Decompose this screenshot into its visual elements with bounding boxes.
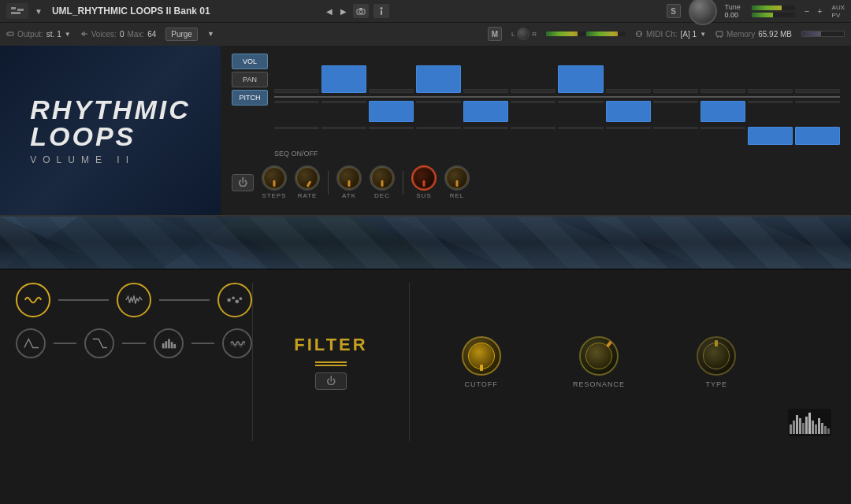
seq-cell[interactable] (274, 89, 319, 93)
connector-1 (58, 299, 109, 301)
atk-knob[interactable] (336, 165, 362, 191)
seq-cell[interactable] (606, 101, 651, 122)
svg-rect-36 (805, 417, 808, 434)
solo-button[interactable]: S (667, 4, 681, 18)
resonance-knob[interactable] (579, 336, 619, 376)
seq-cell[interactable] (748, 89, 793, 93)
aux-button[interactable]: AUX (832, 4, 845, 11)
mute-button[interactable]: M (488, 27, 502, 41)
seq-cell[interactable] (321, 101, 366, 103)
seq-cell[interactable] (558, 65, 603, 93)
cutoff-knob-group: CUTOFF (462, 336, 501, 388)
info-icon[interactable] (373, 4, 389, 18)
seq-cell[interactable] (274, 101, 319, 103)
seq-cell[interactable] (369, 101, 414, 122)
seq-cell[interactable] (416, 127, 461, 129)
nav-dropdown-arrow[interactable]: ▼ (33, 7, 44, 16)
seq-cell[interactable] (511, 101, 556, 103)
seq-cell[interactable] (369, 89, 414, 93)
image-strip (0, 215, 851, 270)
purge-dropdown[interactable]: ▼ (207, 30, 214, 38)
rel-knob-group: REL (444, 165, 470, 199)
seq-cell[interactable] (321, 65, 366, 93)
cutoff-knob[interactable] (462, 336, 501, 376)
seq-cell[interactable] (321, 127, 366, 129)
seq-row-3 (274, 127, 840, 146)
seq-row-1 (274, 54, 840, 93)
seq-cell[interactable] (369, 127, 414, 129)
noise-button[interactable] (117, 283, 151, 317)
env-up-button[interactable] (16, 328, 46, 358)
pitch-button[interactable]: PITCH (232, 90, 268, 106)
connector-5 (191, 343, 214, 344)
connector-3 (54, 343, 76, 344)
seq-cell[interactable] (463, 89, 508, 93)
pv-button[interactable]: PV (832, 12, 845, 19)
midi-selector[interactable]: MIDI Ch: [A] 1 ▼ (635, 30, 706, 39)
minus-button[interactable]: − (803, 6, 811, 16)
steps-knob[interactable] (262, 165, 287, 191)
seq-cell[interactable] (700, 101, 745, 122)
purge-button[interactable]: Purge (165, 28, 198, 41)
tune-knob[interactable] (689, 0, 717, 25)
next-instrument-button[interactable]: ▶ (339, 7, 348, 16)
seq-cell[interactable] (606, 89, 651, 93)
sine-wave-button[interactable] (16, 283, 50, 317)
seq-cell[interactable] (653, 89, 698, 93)
seq-cell[interactable] (795, 89, 840, 93)
seq-cell[interactable] (700, 89, 745, 93)
seq-cell[interactable] (463, 101, 508, 122)
seq-cell[interactable] (558, 101, 603, 103)
filter-power-button[interactable]: ⏻ (315, 372, 347, 390)
seq-cell[interactable] (416, 101, 461, 103)
env-down-button[interactable] (84, 328, 114, 358)
main-content: RHYTHMIC LOOPS VOLUME II VOL PAN PITCH (0, 46, 851, 215)
plus-button[interactable]: + (816, 6, 823, 16)
seq-cell[interactable] (748, 127, 793, 145)
pan-button[interactable]: PAN (232, 72, 268, 87)
rel-knob[interactable] (444, 165, 470, 191)
svg-point-22 (232, 296, 235, 299)
type-knob[interactable] (697, 336, 736, 376)
bottom-panel: FILTER ⏻ CUTOFF (0, 270, 851, 454)
wavy-button[interactable] (222, 328, 252, 358)
sus-knob[interactable] (411, 165, 437, 191)
svg-rect-28 (170, 342, 173, 348)
seq-cell[interactable] (511, 127, 556, 129)
spectrum-button[interactable] (154, 328, 184, 358)
seq-cell[interactable] (274, 127, 319, 129)
granular-button[interactable] (217, 283, 252, 317)
seq-cell[interactable] (606, 127, 651, 129)
seq-power-button[interactable]: ⏻ (232, 174, 254, 191)
seq-cell[interactable] (558, 127, 603, 129)
svg-rect-40 (818, 418, 820, 434)
header-row2: Output: st. 1 ▼ Voices: 0 Max: 64 Purge … (0, 23, 851, 45)
rate-label: RATE (298, 192, 318, 199)
seq-cell[interactable] (463, 127, 508, 129)
level-bar-top[interactable] (752, 6, 795, 10)
camera-icon[interactable] (353, 4, 369, 18)
seq-cell[interactable] (748, 101, 793, 103)
seq-cell[interactable] (795, 101, 840, 103)
seq-cell[interactable] (511, 89, 556, 93)
seq-cell[interactable] (653, 127, 698, 129)
prev-instrument-button[interactable]: ◀ (325, 7, 334, 16)
level-bar-bottom[interactable] (752, 13, 795, 17)
rate-knob-group: RATE (295, 165, 320, 199)
vol-button[interactable]: VOL (232, 54, 268, 69)
pan-knob[interactable] (517, 28, 530, 40)
seq-cell[interactable] (416, 65, 461, 93)
svg-rect-4 (381, 10, 382, 15)
seq-cell[interactable] (700, 127, 745, 129)
output-selector[interactable]: Output: st. 1 ▼ (6, 30, 71, 39)
knob-divider-2 (403, 171, 403, 195)
type-label: TYPE (706, 380, 728, 388)
logo-icon (6, 3, 28, 19)
seq-cell[interactable] (653, 101, 698, 103)
rate-knob[interactable] (295, 165, 320, 191)
svg-rect-13 (716, 32, 723, 36)
seq-cell[interactable] (795, 127, 840, 145)
steps-label: STEPS (262, 192, 286, 199)
seq-bottom: SEQ ON/OFF (232, 148, 840, 158)
dec-knob[interactable] (370, 165, 395, 191)
